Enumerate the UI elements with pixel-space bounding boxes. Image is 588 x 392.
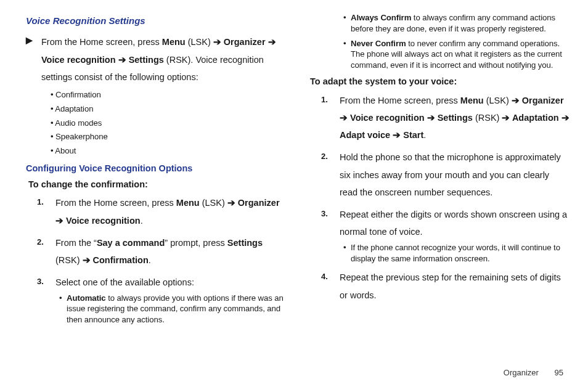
t: Select one of the available options: xyxy=(55,277,194,287)
step-2: From the “Say a command” prompt, press S… xyxy=(37,234,285,269)
label-settings: Settings xyxy=(227,238,263,248)
t: From the Home screen, press xyxy=(55,198,176,208)
label-settings: Settings xyxy=(435,113,473,123)
option-always-confirm: Always Confirm to always confirm any com… xyxy=(343,12,570,35)
arrow-icon: ➔ xyxy=(55,216,63,226)
list-item: About xyxy=(51,145,285,157)
t: . xyxy=(149,255,151,265)
step-3-note: If the phone cannot recognize your words… xyxy=(340,242,570,264)
arrow-icon: ➔ xyxy=(502,113,510,123)
arrow-icon: ➔ xyxy=(561,113,570,123)
t: (RSK) xyxy=(55,255,83,265)
option-never-confirm: Never Confirm to never confirm any comma… xyxy=(343,38,570,71)
t: (LSK) xyxy=(186,37,213,47)
option-automatic: Automatic to always provide you with opt… xyxy=(59,293,285,325)
intro-block: ▶ From the Home screen, press Menu (LSK)… xyxy=(26,33,285,86)
t: (LSK) xyxy=(200,198,227,208)
label-voice-recognition: Voice recognition xyxy=(66,216,141,226)
heading-configuring-options: Configuring Voice Recognition Options xyxy=(26,163,285,175)
arrow-icon: ➔ xyxy=(427,113,435,123)
step-2: Hold the phone so that the microphone is… xyxy=(321,149,570,201)
step-1: From the Home screen, press Menu (LSK) ➔… xyxy=(37,194,285,229)
label-menu: Menu xyxy=(176,198,200,208)
subhead-to-change-confirmation: To change the confirmation: xyxy=(28,179,285,191)
heading-voice-recognition-settings: Voice Recognition Settings xyxy=(26,15,285,27)
footer-page-number: 95 xyxy=(555,368,563,377)
label-start: Start xyxy=(401,130,423,140)
t: ” prompt, press xyxy=(165,238,227,248)
intro-text: From the Home screen, press Menu (LSK) ➔… xyxy=(41,33,285,86)
t: . xyxy=(423,130,426,140)
arrow-icon: ➔ xyxy=(227,198,235,208)
arrow-icon: ➔ xyxy=(512,96,520,105)
t: (LSK) xyxy=(484,96,512,105)
b: Automatic xyxy=(67,293,106,303)
options-list: Confirmation Adaptation Audio modes Spea… xyxy=(26,89,285,157)
arrow-icon: ➔ xyxy=(268,37,276,47)
manual-page: Voice Recognition Settings ▶ From the Ho… xyxy=(0,0,588,346)
subhead-to-adapt-system: To adapt the system to your voice: xyxy=(310,76,570,88)
arrow-icon: ➔ xyxy=(118,55,126,65)
arrow-icon: ➔ xyxy=(213,37,221,47)
t: From the “ xyxy=(55,238,97,248)
label-menu: Menu xyxy=(162,37,186,47)
step-4: Repeat the previous step for the remaini… xyxy=(321,269,570,304)
list-item: Confirmation xyxy=(51,89,285,100)
label-confirmation: Confirmation xyxy=(91,255,149,265)
arrow-icon: ➔ xyxy=(83,255,91,265)
list-item: Audio modes xyxy=(51,118,285,129)
t: From the Home screen, press xyxy=(340,96,460,105)
label-voice-recognition: Voice recognition xyxy=(350,113,427,123)
label-settings: Settings xyxy=(126,55,164,65)
page-footer: Organizer 95 xyxy=(504,367,563,378)
list-item: Adaptation xyxy=(51,104,285,115)
label-voice-recognition: Voice recognition xyxy=(41,55,118,65)
label-organizer: Organizer xyxy=(520,96,564,105)
label-organizer: Organizer xyxy=(235,198,280,208)
t: (RSK) xyxy=(473,113,502,123)
t: From the Home screen, press xyxy=(41,37,162,47)
b: Always Confirm xyxy=(351,13,411,22)
label-adapt-voice: Adapt voice xyxy=(340,130,393,140)
label-say-a-command: Say a command xyxy=(97,238,165,248)
list-item: Speakerphone xyxy=(51,131,285,142)
arrow-icon: ➔ xyxy=(393,130,401,140)
play-arrow-icon: ▶ xyxy=(26,33,33,86)
label-organizer: Organizer xyxy=(221,37,268,47)
label-menu: Menu xyxy=(460,96,484,105)
step-3: Repeat either the digits or words shown … xyxy=(321,206,570,264)
footer-section: Organizer xyxy=(504,368,539,377)
arrow-icon: ➔ xyxy=(340,113,348,123)
b: Never Confirm xyxy=(351,39,406,48)
note: If the phone cannot recognize your words… xyxy=(343,242,570,264)
t: . xyxy=(141,216,143,226)
t: Repeat either the digits or words shown … xyxy=(340,210,567,237)
step-1: From the Home screen, press Menu (LSK) ➔… xyxy=(321,92,570,144)
label-adaptation: Adaptation xyxy=(510,113,561,123)
